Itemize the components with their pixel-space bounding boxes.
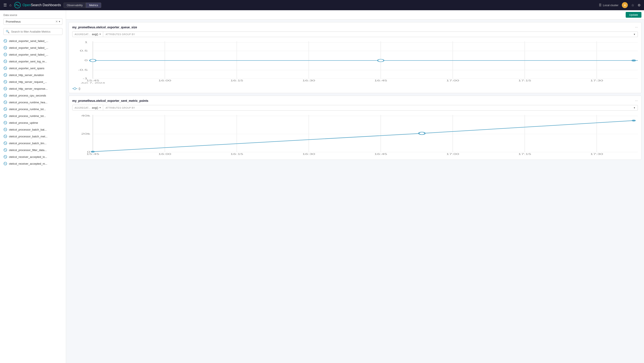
metric-name: otelcol_process_runtime_hea... <box>9 101 48 104</box>
svg-point-68 <box>91 151 95 153</box>
logo: OpenSearch Dashboards <box>14 2 61 8</box>
metric-list-item[interactable]: otelcol_exporter_sent_spans <box>0 65 66 72</box>
metric-name: otelcol_process_runtime_tot... <box>9 108 46 111</box>
breadcrumb-observability[interactable]: Observability <box>64 2 86 8</box>
update-button[interactable]: Update <box>626 12 642 18</box>
metric-list-item[interactable]: otelcol_http_server_duration <box>0 72 66 78</box>
toolbar-buttons: Update <box>626 12 642 18</box>
chart-2-attributes-select[interactable]: ATTRIBUTES GROUP BY ▾ <box>103 105 638 111</box>
metric-name: otelcol_exporter_send_failed_... <box>9 53 48 56</box>
metric-list-item[interactable]: otelcol_processor_batch_bat... <box>0 126 66 133</box>
chart-2-agg-value: avg() <box>92 106 98 109</box>
chart-1-agg-chevron-icon: ▾ <box>100 33 101 35</box>
svg-point-42 <box>632 60 636 61</box>
metric-icon <box>4 128 7 131</box>
search-input[interactable] <box>11 30 60 33</box>
metric-icon <box>4 93 7 97</box>
clear-datasource-button[interactable]: ✕ <box>56 20 58 23</box>
chart-1-controls: AGGREGAT... avg() ▾ ATTRIBUTES GROUP BY … <box>69 31 641 39</box>
chart-1-attributes-select[interactable]: ATTRIBUTES GROUP BY ▾ <box>103 31 638 37</box>
data-source-select[interactable]: Prometheus ✕ ▾ <box>4 18 62 25</box>
svg-text:17:00: 17:00 <box>446 153 459 155</box>
metric-list-item[interactable]: otelcol_exporter_send_failed_... <box>0 44 66 51</box>
svg-text:15:45: 15:45 <box>86 79 99 82</box>
metric-icon <box>4 148 7 152</box>
metric-name: otelcol_processor_batch_met... <box>9 135 48 138</box>
chart-2-menu-button[interactable]: ··· <box>635 99 638 103</box>
metric-list-item[interactable]: otelcol_processor_batch_met... <box>0 133 66 140</box>
metric-icon <box>4 39 7 43</box>
metric-name: otelcol_exporter_sent_log_re... <box>9 60 47 63</box>
svg-point-69 <box>419 132 425 135</box>
metric-list-item[interactable]: otelcol_process_runtime_hea... <box>0 99 66 106</box>
svg-point-40 <box>90 59 96 62</box>
data-source-name: Prometheus <box>6 20 21 23</box>
breadcrumb-metrics[interactable]: Metrics <box>86 2 101 8</box>
metric-list-item[interactable]: otelcol_exporter_send_failed_... <box>0 51 66 58</box>
metric-name: otelcol_receiver_accepted_m... <box>9 162 47 165</box>
chart-2-svg: 40k 20k 0 <box>72 113 638 155</box>
chart-1-attr-chevron-icon: ▾ <box>634 33 635 36</box>
chart-1-menu-button[interactable]: ··· <box>635 25 638 29</box>
metric-list-item[interactable]: otelcol_process_runtime_tot... <box>0 106 66 112</box>
chart-1-aggregation-select[interactable]: AGGREGAT... avg() ▾ <box>72 31 103 37</box>
chart-1-svg: 1 0.5 0 -0.5 -1 <box>72 39 638 82</box>
top-bar: Update <box>66 10 644 19</box>
cluster-info: 🗄 Local cluster <box>598 3 618 7</box>
svg-text:-0.5: -0.5 <box>78 69 88 71</box>
metric-icon <box>4 59 7 63</box>
svg-text:16:15: 16:15 <box>230 79 243 82</box>
chart-2-aggregation-select[interactable]: AGGREGAT... avg() ▾ <box>72 105 103 111</box>
main-content: Update my_prometheus.otelcol_exporter_qu… <box>66 10 644 363</box>
chart-2-title: my_prometheus.otelcol_exporter_sent_metr… <box>72 99 148 102</box>
metric-name: otelcol_process_cpu_seconds <box>9 94 46 97</box>
chart-2-attr-label: ATTRIBUTES GROUP BY <box>106 106 135 109</box>
hamburger-button[interactable]: ☰ <box>4 3 7 7</box>
chart-1-title: my_prometheus.otelcol_exporter_queue_siz… <box>72 25 137 29</box>
metric-name: otelcol_exporter_send_failed_... <box>9 46 48 49</box>
user-avatar[interactable]: a <box>622 2 628 8</box>
sidebar-resize-handle[interactable] <box>65 10 66 363</box>
svg-text:Jun 7, 2024: Jun 7, 2024 <box>81 82 105 84</box>
chart-1-agg-value: avg() <box>92 32 98 36</box>
database-icon: 🗄 <box>598 3 602 7</box>
svg-point-1 <box>15 5 16 5</box>
svg-text:16:45: 16:45 <box>374 79 387 82</box>
metric-name: otelcol_receiver_accepted_lo... <box>9 155 47 158</box>
datasource-chevron-icon: ▾ <box>59 20 60 23</box>
data-source-controls: ✕ ▾ <box>56 20 60 23</box>
metric-list-item[interactable]: otelcol_exporter_sent_log_re... <box>0 58 66 65</box>
metric-list-item[interactable]: otelcol_processor_filter_data... <box>0 147 66 153</box>
chart-2-agg-label: AGGREGAT... <box>74 106 90 109</box>
metric-list-item[interactable]: otelcol_process_runtime_tot... <box>0 112 66 119</box>
metric-list-item[interactable]: otelcol_exporter_send_failed_... <box>0 37 66 44</box>
metric-list-item[interactable]: otelcol_receiver_accepted_m... <box>0 160 66 167</box>
svg-text:15:45: 15:45 <box>86 153 99 155</box>
sidebar-header: Data source Prometheus ✕ ▾ <box>0 10 66 26</box>
nav-left: ☰ ⌂ OpenSearch Dashboards Observability … <box>4 2 101 8</box>
svg-text:1: 1 <box>84 41 88 43</box>
metric-list-item[interactable]: otelcol_http_server_response... <box>0 85 66 92</box>
settings-button[interactable]: ⚙ <box>638 3 640 7</box>
metric-list-item[interactable]: otelcol_process_cpu_seconds <box>0 92 66 99</box>
svg-text:40k: 40k <box>81 114 90 117</box>
metric-list-item[interactable]: otelcol_processor_batch_tim... <box>0 140 66 147</box>
star-button[interactable]: ☆ <box>631 3 634 7</box>
metric-list-item[interactable]: otelcol_http_server_request_... <box>0 78 66 85</box>
legend-1-icon <box>72 87 77 90</box>
home-button[interactable]: ⌂ <box>10 3 12 7</box>
metric-name: otelcol_process_uptime <box>9 121 38 124</box>
metric-name: otelcol_processor_filter_data... <box>9 148 47 152</box>
metric-list-item[interactable]: otelcol_process_uptime <box>0 119 66 126</box>
svg-text:17:15: 17:15 <box>518 153 531 155</box>
data-source-label: Data source <box>4 14 62 17</box>
metric-icon <box>4 121 7 125</box>
metric-list-item[interactable]: otelcol_receiver_accepted_lo... <box>0 153 66 160</box>
metric-icon <box>4 162 7 166</box>
chart-panel-1: my_prometheus.otelcol_exporter_queue_siz… <box>68 22 642 93</box>
svg-text:16:00: 16:00 <box>158 79 171 82</box>
search-icon: 🔍 <box>6 30 10 33</box>
metric-icon <box>4 87 7 90</box>
metric-name: otelcol_processor_batch_tim... <box>9 142 46 145</box>
svg-text:17:30: 17:30 <box>590 79 603 82</box>
